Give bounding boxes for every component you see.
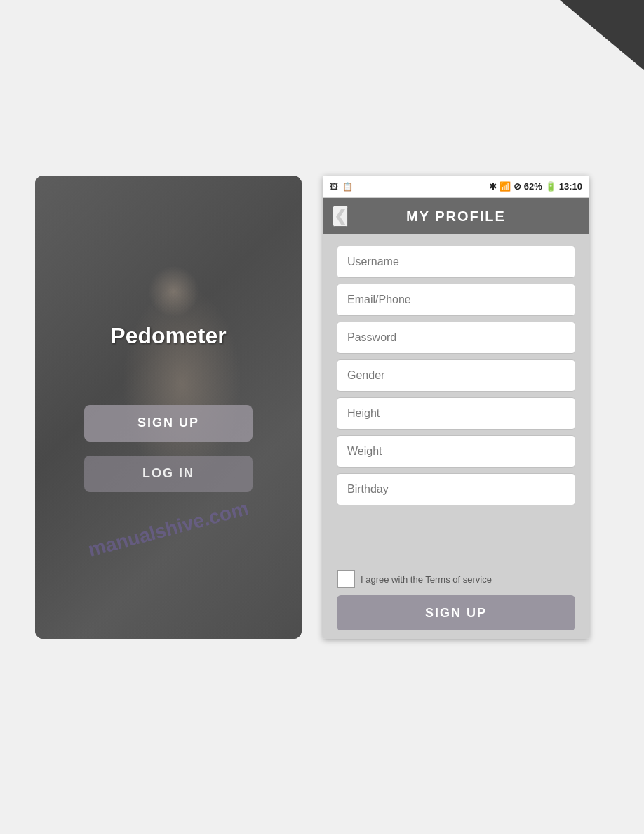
bottom-area: I agree with the Terms of service SIGN U… xyxy=(323,564,589,639)
page-title: MY PROFILE xyxy=(406,208,506,225)
corner-decoration xyxy=(560,0,644,70)
battery-text: 62% xyxy=(524,181,542,192)
terms-checkbox[interactable] xyxy=(337,570,355,588)
image-status-icon: 🖼 xyxy=(330,182,338,192)
username-field[interactable] xyxy=(337,246,575,278)
wifi-icon: 📶 xyxy=(499,181,511,192)
dnd-icon: ⊘ xyxy=(514,181,521,192)
birthday-field[interactable] xyxy=(337,473,575,505)
app-title: Pedometer xyxy=(110,323,226,349)
signup-button-right[interactable]: SIGN UP xyxy=(337,595,575,630)
left-button-group: SIGN UP LOG IN xyxy=(84,405,253,492)
form-area xyxy=(323,234,589,564)
status-bar: 🖼 📋 ✱ 📶 ⊘ 62% 🔋 13:10 xyxy=(323,176,589,198)
time-display: 13:10 xyxy=(559,181,582,192)
left-phone: Pedometer SIGN UP LOG IN manualshive.com xyxy=(35,176,302,639)
email-phone-field[interactable] xyxy=(337,284,575,316)
left-phone-bg: Pedometer SIGN UP LOG IN manualshive.com xyxy=(35,176,302,639)
status-left-icons: 🖼 📋 xyxy=(330,182,353,192)
back-button[interactable]: ❮ xyxy=(333,206,348,227)
bluetooth-icon: ✱ xyxy=(489,181,497,192)
weight-field[interactable] xyxy=(337,435,575,468)
login-button[interactable]: LOG IN xyxy=(84,456,253,492)
battery-icon: 🔋 xyxy=(545,181,556,192)
height-field[interactable] xyxy=(337,397,575,430)
right-phone: 🖼 📋 ✱ 📶 ⊘ 62% 🔋 13:10 ❮ MY PROFILE xyxy=(323,176,589,639)
file-status-icon: 📋 xyxy=(342,182,353,192)
signup-button-left[interactable]: SIGN UP xyxy=(84,405,253,442)
terms-text: I agree with the Terms of service xyxy=(361,574,492,585)
terms-row: I agree with the Terms of service xyxy=(337,570,575,588)
main-content: Pedometer SIGN UP LOG IN manualshive.com… xyxy=(35,176,589,639)
status-right-info: ✱ 📶 ⊘ 62% 🔋 13:10 xyxy=(489,181,582,192)
header-bar: ❮ MY PROFILE xyxy=(323,198,589,234)
password-field[interactable] xyxy=(337,322,575,354)
gender-field[interactable] xyxy=(337,359,575,392)
